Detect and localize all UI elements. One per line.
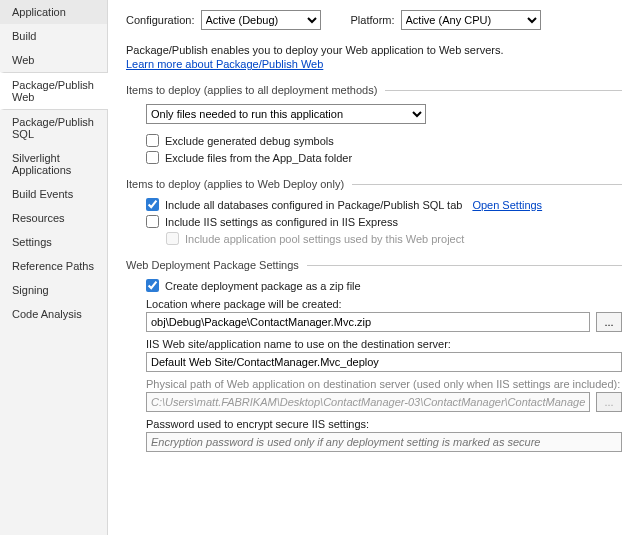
- include-iis-checkbox[interactable]: [146, 215, 159, 228]
- items-to-deploy-all-group: Items to deploy (applies to all deployme…: [126, 84, 622, 164]
- web-deployment-package-group: Web Deployment Package Settings Create d…: [126, 259, 622, 452]
- sidebar-item-reference-paths[interactable]: Reference Paths: [0, 254, 107, 278]
- include-databases-label: Include all databases configured in Pack…: [165, 199, 462, 211]
- sidebar-item-web[interactable]: Web: [0, 48, 107, 72]
- include-apppool-checkbox[interactable]: [166, 232, 179, 245]
- iis-site-input[interactable]: [146, 352, 622, 372]
- create-zip-label: Create deployment package as a zip file: [165, 280, 361, 292]
- location-input[interactable]: [146, 312, 590, 332]
- exclude-debug-label: Exclude generated debug symbols: [165, 135, 334, 147]
- exclude-debug-checkbox[interactable]: [146, 134, 159, 147]
- configuration-row: Configuration: Active (Debug) Platform: …: [126, 10, 622, 30]
- sidebar-item-build-events[interactable]: Build Events: [0, 182, 107, 206]
- intro-text: Package/Publish enables you to deploy yo…: [126, 44, 622, 56]
- iis-site-label: IIS Web site/application name to use on …: [146, 338, 622, 350]
- divider: [352, 184, 622, 185]
- group-title: Web Deployment Package Settings: [126, 259, 299, 271]
- sidebar-item-settings[interactable]: Settings: [0, 230, 107, 254]
- group-title: Items to deploy (applies to all deployme…: [126, 84, 377, 96]
- location-browse-button[interactable]: ...: [596, 312, 622, 332]
- include-apppool-label: Include application pool settings used b…: [185, 233, 464, 245]
- divider: [385, 90, 622, 91]
- sidebar-item-silverlight-applications[interactable]: Silverlight Applications: [0, 146, 107, 182]
- divider: [307, 265, 622, 266]
- open-settings-link[interactable]: Open Settings: [472, 199, 542, 211]
- iis-password-label: Password used to encrypt secure IIS sett…: [146, 418, 622, 430]
- physical-path-label: Physical path of Web application on dest…: [146, 378, 622, 390]
- include-databases-checkbox[interactable]: [146, 198, 159, 211]
- items-to-deploy-combo[interactable]: Only files needed to run this applicatio…: [146, 104, 426, 124]
- sidebar-item-code-analysis[interactable]: Code Analysis: [0, 302, 107, 326]
- sidebar-item-application[interactable]: Application: [0, 0, 107, 24]
- group-title: Items to deploy (applies to Web Deploy o…: [126, 178, 344, 190]
- physical-path-input: [146, 392, 590, 412]
- sidebar-item-signing[interactable]: Signing: [0, 278, 107, 302]
- platform-label: Platform:: [351, 14, 395, 26]
- include-iis-label: Include IIS settings as configured in II…: [165, 216, 398, 228]
- exclude-appdata-label: Exclude files from the App_Data folder: [165, 152, 352, 164]
- sidebar-item-resources[interactable]: Resources: [0, 206, 107, 230]
- learn-more-link[interactable]: Learn more about Package/Publish Web: [126, 58, 323, 70]
- exclude-appdata-checkbox[interactable]: [146, 151, 159, 164]
- sidebar-item-package-publish-web[interactable]: Package/Publish Web: [0, 72, 108, 110]
- sidebar-item-package-publish-sql[interactable]: Package/Publish SQL: [0, 110, 107, 146]
- iis-password-input: [146, 432, 622, 452]
- platform-combo[interactable]: Active (Any CPU): [401, 10, 541, 30]
- package-publish-web-panel: Configuration: Active (Debug) Platform: …: [108, 0, 640, 535]
- physical-path-browse-button: ...: [596, 392, 622, 412]
- create-zip-checkbox[interactable]: [146, 279, 159, 292]
- location-label: Location where package will be created:: [146, 298, 622, 310]
- configuration-combo[interactable]: Active (Debug): [201, 10, 321, 30]
- properties-tab-sidebar: ApplicationBuildWebPackage/Publish WebPa…: [0, 0, 108, 535]
- configuration-label: Configuration:: [126, 14, 195, 26]
- sidebar-item-build[interactable]: Build: [0, 24, 107, 48]
- items-to-deploy-webdeploy-group: Items to deploy (applies to Web Deploy o…: [126, 178, 622, 245]
- project-properties-window: ApplicationBuildWebPackage/Publish WebPa…: [0, 0, 640, 535]
